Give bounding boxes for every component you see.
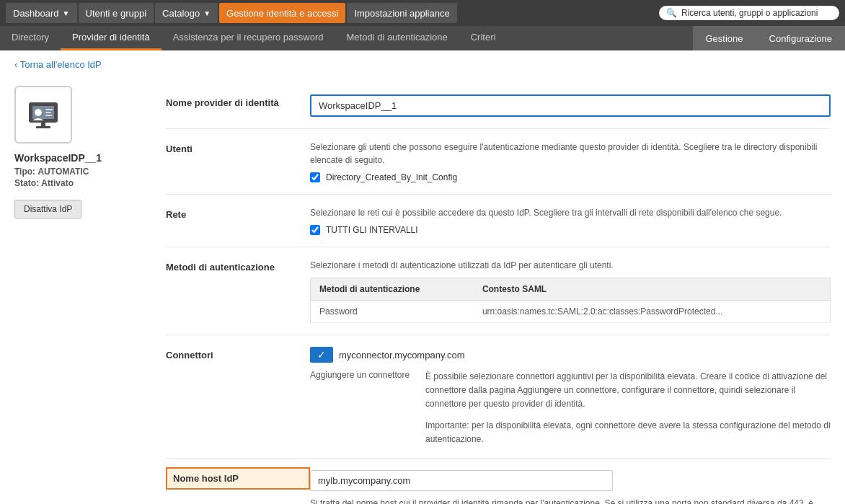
connector-row: ✓ myconnector.mycompany.com <box>310 347 831 363</box>
top-nav-bar: Dashboard ▼ Utenti e gruppi Catalogo ▼ G… <box>0 0 845 26</box>
svg-rect-7 <box>36 126 50 128</box>
network-checkbox-row: TUTTI GLI INTERVALLI <box>310 225 831 235</box>
idp-host-desc: Si tratta del nome host cui il provider … <box>310 497 831 504</box>
connector-checked-icon: ✓ <box>310 347 333 363</box>
users-groups-label: Utenti e gruppi <box>86 8 147 19</box>
catalog-label: Catalogo <box>162 8 200 19</box>
auth-table-header-context: Contesto SAML <box>474 278 831 301</box>
users-checkbox[interactable] <box>310 172 320 182</box>
search-icon: 🔍 <box>666 8 677 18</box>
svg-point-2 <box>35 109 42 116</box>
name-input[interactable] <box>310 94 831 117</box>
content-layout: WorkspaceIDP__1 Tipo: AUTOMATIC Stato: A… <box>0 79 845 504</box>
dashboard-label: Dashboard <box>13 8 59 19</box>
name-content <box>310 94 831 117</box>
idp-tipo: Tipo: AUTOMATIC <box>14 167 89 177</box>
form-row-connectors: Connettori ✓ myconnector.mycompany.com A… <box>166 335 831 459</box>
auth-methods-desc: Selezionare i metodi di autenticazione u… <box>310 259 831 272</box>
users-desc: Selezionare gli utenti che possono esegu… <box>310 141 831 167</box>
idp-stato: Stato: Attivato <box>14 178 74 188</box>
nav-item-provider-identita[interactable]: Provider di identità <box>61 26 162 50</box>
add-connector-label: Aggiungere un connettore <box>310 370 411 446</box>
auth-methods-table: Metodi di autenticazione Contesto SAML P… <box>310 278 831 323</box>
form-row-auth-methods: Metodi di autenticazione Selezionare i m… <box>166 247 831 335</box>
idp-icon <box>25 97 61 133</box>
second-nav-right-buttons: Gestione Configurazione <box>693 26 846 50</box>
auth-methods-content: Selezionare i metodi di autenticazione u… <box>310 259 831 323</box>
idp-icon-box <box>14 86 72 143</box>
dashboard-arrow: ▼ <box>63 9 70 17</box>
auth-context-cell: urn:oasis:names.tc:SAML:2.0:ac:classes:P… <box>474 301 831 323</box>
form-row-network: Rete Selezionare le reti cui è possibile… <box>166 195 831 247</box>
identity-access-label: Gestione identità e accessi <box>226 8 338 19</box>
network-desc: Selezionare le reti cui è possibile acce… <box>310 206 831 219</box>
auth-methods-label: Metodi di autenticazione <box>166 259 310 273</box>
svg-rect-3 <box>45 109 53 110</box>
form-row-idp-host: Nome host IdP Si tratta del nome host cu… <box>166 459 831 504</box>
form-row-users: Utenti Selezionare gli utenti che posson… <box>166 129 831 195</box>
network-checkbox[interactable] <box>310 225 320 235</box>
auth-method-cell: Password <box>311 301 474 323</box>
catalog-arrow: ▼ <box>203 9 211 17</box>
identity-access-button[interactable]: Gestione identità e accessi <box>219 3 345 23</box>
important-note: Importante: per la disponibilità elevata… <box>425 419 831 446</box>
disable-idp-button[interactable]: Disattiva IdP <box>14 200 81 218</box>
nav-item-criteri[interactable]: Criteri <box>459 26 508 50</box>
network-checkbox-label: TUTTI GLI INTERVALLI <box>326 225 418 235</box>
users-checkbox-label: Directory_Created_By_Init_Config <box>326 172 457 182</box>
users-label: Utenti <box>166 141 310 154</box>
users-content: Selezionare gli utenti che possono esegu… <box>310 141 831 182</box>
table-row: Password urn:oasis:names.tc:SAML:2.0:ac:… <box>311 301 831 323</box>
name-label: Nome provider di identità <box>166 94 310 108</box>
network-content: Selezionare le reti cui è possibile acce… <box>310 206 831 235</box>
users-groups-button[interactable]: Utenti e gruppi <box>79 3 154 23</box>
gestione-button[interactable]: Gestione <box>693 26 756 50</box>
nav-item-metodi-autenticazione[interactable]: Metodi di autenticazione <box>335 26 459 50</box>
connectors-content: ✓ myconnector.mycompany.com Aggiungere u… <box>310 347 831 446</box>
form-panel: Nome provider di identità Utenti Selezio… <box>166 79 831 504</box>
appliance-settings-label: Impostazioni appliance <box>354 8 449 19</box>
main-content: Torna all'elenco IdP WorkspaceIDP__1 <box>0 50 845 504</box>
svg-rect-5 <box>45 115 52 116</box>
nav-item-recupero-password[interactable]: Assistenza per il recupero password <box>162 26 335 50</box>
nav-item-directory[interactable]: Directory <box>0 26 61 50</box>
dashboard-button[interactable]: Dashboard ▼ <box>6 3 77 23</box>
idp-host-label: Nome host IdP <box>166 467 310 490</box>
connector-value: myconnector.mycompany.com <box>339 350 465 361</box>
add-connector-row: Aggiungere un connettore È possibile sel… <box>310 370 831 446</box>
idp-name: WorkspaceIDP__1 <box>14 152 102 164</box>
add-connector-desc-block: È possibile selezionare connettori aggiu… <box>425 370 831 446</box>
second-nav-bar: Directory Provider di identità Assistenz… <box>0 26 845 50</box>
catalog-button[interactable]: Catalogo ▼ <box>155 3 218 23</box>
idp-host-content: Si tratta del nome host cui il provider … <box>310 470 831 504</box>
left-panel: WorkspaceIDP__1 Tipo: AUTOMATIC Stato: A… <box>14 79 144 504</box>
search-input[interactable] <box>681 8 832 18</box>
form-row-name: Nome provider di identità <box>166 83 831 129</box>
users-checkbox-row: Directory_Created_By_Init_Config <box>310 172 831 182</box>
connectors-label: Connettori <box>166 347 310 361</box>
search-bar: 🔍 <box>659 6 839 20</box>
auth-table-header-method: Metodi di autenticazione <box>311 278 474 301</box>
breadcrumb[interactable]: Torna all'elenco IdP <box>0 50 845 79</box>
svg-rect-6 <box>41 123 45 126</box>
add-connector-desc: È possibile selezionare connettori aggiu… <box>425 370 831 412</box>
svg-rect-4 <box>45 112 51 113</box>
network-label: Rete <box>166 206 310 220</box>
appliance-settings-button[interactable]: Impostazioni appliance <box>347 3 456 23</box>
auth-table-header-row: Metodi di autenticazione Contesto SAML <box>311 278 831 301</box>
idp-host-input[interactable] <box>310 470 613 491</box>
configurazione-button[interactable]: Configurazione <box>756 26 845 50</box>
